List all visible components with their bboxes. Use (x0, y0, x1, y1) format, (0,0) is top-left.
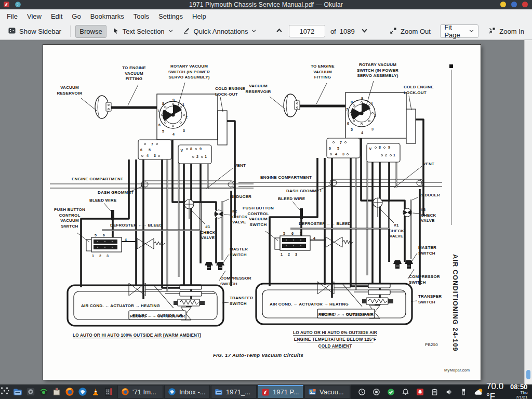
text-selection-button[interactable]: Text Selection (109, 25, 177, 38)
switch-port-number: 7 (111, 233, 113, 237)
document-viewport: 12345678965743V89215671234VACUUMRESERVOI… (0, 40, 532, 384)
launcher-keypad-icon[interactable] (104, 387, 113, 396)
chevron-down-icon (469, 28, 474, 35)
menu-item-bookmarks[interactable]: Bookmarks (86, 10, 129, 22)
browse-mode-button[interactable]: Browse (75, 25, 106, 38)
diagram-label-check2: CHECK (421, 213, 436, 218)
menu-item-tools[interactable]: Tools (129, 10, 154, 22)
next-page-button[interactable] (357, 25, 372, 37)
menu-item-help[interactable]: Help (188, 10, 211, 22)
zoom-out-button[interactable]: Zoom Out (385, 24, 434, 38)
rotary-port-number: 8 (162, 102, 164, 105)
rotary-port-number: 4 (361, 131, 363, 135)
quick-annotations-button[interactable]: Quick Annotations (179, 24, 261, 38)
diagram-caption: LO AUTO OR HI AUTO 100% OUTSIDE AIR (WAR… (73, 333, 201, 338)
titlebar-app-icons (3, 1, 21, 9)
scrollbar-thumb[interactable] (526, 370, 530, 379)
diagram-label-lockout: LOCK-OUT (215, 92, 238, 97)
task-button-area: '71 Im...Inbox -...1971_...1971 P...Vacu… (117, 384, 351, 399)
launcher-firefox-icon[interactable] (65, 387, 74, 396)
diagram-label-compressor: SWITCH (409, 280, 426, 285)
task-button-thunderbird[interactable]: Inbox -... (164, 385, 210, 398)
page-number-input[interactable] (289, 25, 325, 37)
rotary-port-number: 7 (346, 108, 348, 111)
weather-widget[interactable]: 70.0 °F (474, 381, 503, 399)
task-button-pdf[interactable]: 1971 P... (258, 385, 303, 398)
diagram-label-transfer: TRANSFER (418, 294, 442, 299)
text-selection-label: Text Selection (123, 28, 165, 35)
browse-label: Browse (79, 28, 102, 35)
tray-status-ok-icon[interactable] (387, 388, 395, 396)
diagram-label-reservoir: VACUUM (60, 85, 79, 90)
tray-clipboard-icon[interactable] (431, 388, 438, 396)
tray-alerts-icon[interactable] (416, 388, 424, 396)
launcher-vlc-icon[interactable] (91, 387, 100, 396)
diagram-label-to-engine: FITTING (314, 75, 331, 79)
menu-item-file[interactable]: File (2, 10, 22, 22)
tray-removable-media-icon[interactable] (460, 388, 468, 396)
diagram-label-check1: VALVE (390, 234, 404, 238)
clock-widget[interactable]: 08:50 Thu 7/1/21 (510, 383, 527, 399)
connector-port-label: 8 (379, 145, 381, 149)
maximize-button[interactable] (511, 2, 517, 7)
diagram-label-actuator: AIR COND. ← ACTUATOR → HEATING (81, 303, 160, 308)
switch-port-number: 4 (313, 236, 315, 240)
app-menu-button[interactable] (0, 384, 9, 399)
launcher-globe-icon[interactable] (39, 387, 48, 396)
connector-port-label: V (369, 147, 372, 151)
zoom-in-button[interactable]: Zoom In (484, 24, 528, 38)
launcher-settings-icon[interactable] (26, 387, 35, 396)
vertical-scrollbar[interactable] (524, 40, 532, 384)
diagram-label-compressor: COMPRESSOR (220, 276, 251, 281)
show-sidebar-button[interactable]: Show Sidebar (4, 24, 65, 38)
switch-port-number: 2 (99, 254, 101, 258)
tray-notifications-icon[interactable] (402, 388, 409, 396)
connector-port-label: 5 (149, 148, 151, 152)
rotary-port-number: 1 (371, 101, 373, 105)
diagram-label-to-engine: FITTING (126, 76, 143, 81)
task-button-image-viewer[interactable]: Vacuu... (304, 385, 350, 398)
taskbar: '71 Im...Inbox -...1971_...1971 P...Vacu… (0, 384, 532, 399)
rotary-port-number: 5 (351, 128, 353, 131)
session-icon (15, 1, 21, 9)
launcher-package-icon[interactable] (52, 387, 61, 396)
tray-clock-icon[interactable] (358, 388, 366, 396)
diagram-label-push-button: CONTROL (59, 213, 81, 218)
diagram-label-vent: VENT (423, 162, 434, 166)
sidebar-icon (8, 26, 16, 36)
diagram-label-check1: CHECK (389, 229, 404, 233)
launcher-file-manager-icon[interactable] (13, 387, 22, 396)
okular-app-icon (3, 1, 10, 9)
diagram-label-rotary: ROTARY VACUUM (359, 62, 396, 67)
diagram-label-master: MASTER (230, 247, 248, 251)
task-button-firefox[interactable]: '71 Im... (117, 385, 163, 398)
rotary-port-number: 3 (371, 127, 374, 131)
zoom-mode-select[interactable]: Fit Page (440, 24, 478, 38)
diagram-label-master: MASTER (418, 245, 436, 250)
connector-port-label: 4 (335, 152, 337, 156)
launcher-thunderbird-icon[interactable] (78, 387, 87, 396)
close-button[interactable] (522, 2, 528, 7)
minimize-button[interactable] (500, 2, 506, 7)
menu-item-view[interactable]: View (22, 10, 46, 22)
menu-item-edit[interactable]: Edit (46, 10, 67, 22)
image-viewer-icon (308, 388, 316, 396)
switch-port-number: 6 (103, 233, 105, 237)
tray-media-stop-icon[interactable] (373, 388, 380, 396)
tray-volume-icon[interactable] (445, 388, 453, 396)
task-label: '71 Im... (132, 388, 156, 396)
menu-item-go[interactable]: Go (67, 10, 85, 22)
diagram-label-bleed-wire: BLEED WIRE (89, 198, 117, 203)
diagram-caption: COLD AMBIENT (318, 344, 352, 349)
pdf-icon (261, 388, 270, 396)
diagram-label-vent: VENT (234, 163, 246, 168)
diagram-label-recirc: RECIRC ←→ OUTSIDE AIR (132, 313, 183, 318)
diagram-label-rotary: SERVO ASSEMBLY) (357, 73, 398, 78)
previous-page-button[interactable] (272, 25, 287, 37)
diagram-label-reducer: REDUCER (230, 194, 251, 199)
diagram-label-check2: VALVE (421, 218, 435, 223)
task-button-file-manager[interactable]: 1971_... (211, 385, 257, 398)
menu-item-settings[interactable]: Settings (154, 10, 188, 22)
switch-port-number: 7 (300, 232, 302, 235)
page-of-label: of (327, 28, 338, 35)
